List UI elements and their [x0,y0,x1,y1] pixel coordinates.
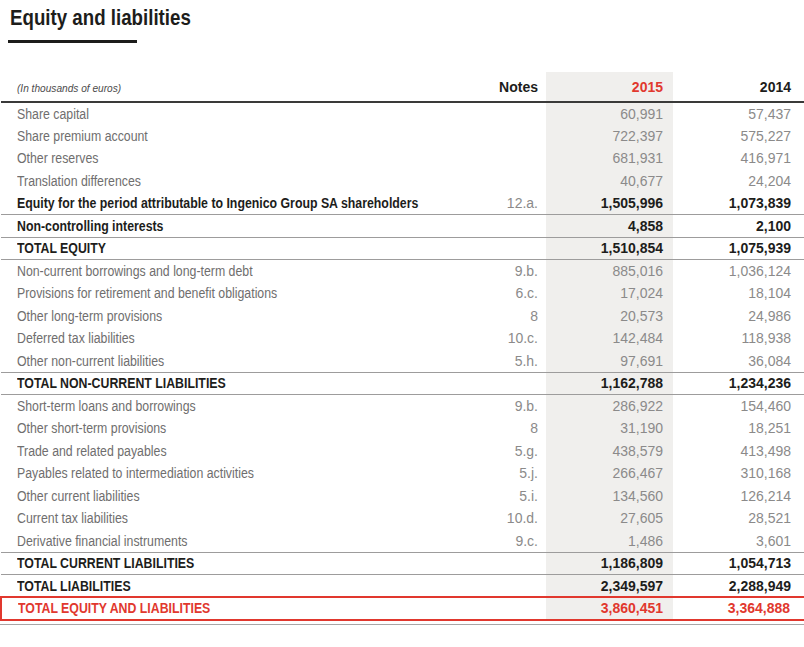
column-header-unit: (In thousands of euros) [1,72,478,102]
row-note [478,372,546,395]
row-label: Other short-term provisions [17,420,166,436]
row-value-2015: 17,024 [546,282,673,305]
row-label: Other non-current liabilities [17,353,164,369]
row-label-cell: TOTAL NON-CURRENT LIABILITIES [1,372,478,395]
row-label-cell: Other long-term provisions [1,305,478,328]
row-label-cell: Other current liabilities [1,485,478,508]
page-title-text: Equity and liabilities [10,5,191,31]
table-row: Deferred tax liabilities 10.c. 142,484 1… [1,327,804,350]
row-value-2014: 1,073,839 [673,192,804,215]
row-value-2015: 1,510,854 [546,237,673,260]
row-value-2015: 20,573 [546,305,673,328]
row-value-2014: 28,521 [673,507,804,530]
row-value-2014: 1,036,124 [673,260,804,283]
row-value-2015: 1,162,788 [546,372,673,395]
row-label-cell: Non-current borrowings and long-term deb… [1,260,478,283]
row-value-2014: 24,204 [673,170,804,193]
row-note: 5.g. [478,440,546,463]
row-value-2014: 2,288,949 [673,575,804,598]
row-value-2014: 18,251 [673,417,804,440]
row-label-cell: Translation differences [1,170,478,193]
row-value-2015: 60,991 [546,102,673,125]
row-label-cell: Provisions for retirement and benefit ob… [1,282,478,305]
row-value-2015: 3,860,451 [546,597,673,620]
row-label-cell: TOTAL LIABILITIES [1,575,478,598]
row-note [478,215,546,238]
row-note [478,147,546,170]
row-label: Other reserves [17,150,98,166]
row-note: 6.c. [478,282,546,305]
table-row: Non-controlling interests 4,858 2,100 [1,215,804,238]
row-label-cell: Other short-term provisions [1,417,478,440]
table-row: Current tax liabilities 10.d. 27,605 28,… [1,507,804,530]
row-value-2015: 1,486 [546,530,673,553]
financial-statement-page: Equity and liabilities (In thousands of … [0,0,804,647]
row-value-2014: 24,986 [673,305,804,328]
row-note [478,237,546,260]
row-value-2014: 3,601 [673,530,804,553]
row-label: TOTAL LIABILITIES [17,578,131,594]
row-label: Derivative financial instruments [17,533,188,549]
row-label: Other long-term provisions [17,308,162,324]
table-row: TOTAL EQUITY AND LIABILITIES 3,860,451 3… [1,597,804,620]
table-row: Derivative financial instruments 9.c. 1,… [1,530,804,553]
table-row: TOTAL LIABILITIES 2,349,597 2,288,949 [1,575,804,598]
row-value-2014: 126,214 [673,485,804,508]
row-note: 5.i. [478,485,546,508]
table-row: Translation differences 40,677 24,204 [1,170,804,193]
column-header-2015: 2015 [546,72,673,102]
row-label: Non-current borrowings and long-term deb… [17,263,253,279]
row-value-2015: 885,016 [546,260,673,283]
table-row: Non-current borrowings and long-term deb… [1,260,804,283]
row-value-2015: 722,397 [546,125,673,148]
row-value-2014: 413,498 [673,440,804,463]
table-row: Other reserves 681,931 416,971 [1,147,804,170]
row-note [478,597,546,620]
table-row: Other long-term provisions 8 20,573 24,9… [1,305,804,328]
row-value-2015: 1,505,996 [546,192,673,215]
row-label-cell: Trade and related payables [1,440,478,463]
row-value-2014: 575,227 [673,125,804,148]
row-value-2014: 3,364,888 [673,597,804,620]
row-value-2014: 36,084 [673,350,804,373]
row-value-2015: 142,484 [546,327,673,350]
row-note [478,102,546,125]
row-value-2014: 1,234,236 [673,372,804,395]
table-row: Other current liabilities 5.i. 134,560 1… [1,485,804,508]
row-label: Non-controlling interests [17,218,163,234]
row-note: 9.b. [478,395,546,418]
row-value-2015: 2,349,597 [546,575,673,598]
table-body: Share capital 60,991 57,437 Share premiu… [1,102,804,620]
row-label: TOTAL NON-CURRENT LIABILITIES [17,375,226,391]
row-value-2014: 2,100 [673,215,804,238]
row-label-cell: Deferred tax liabilities [1,327,478,350]
table-row: TOTAL CURRENT LIABILITIES 1,186,809 1,05… [1,552,804,575]
row-label-cell: Payables related to intermediation activ… [1,462,478,485]
row-value-2015: 97,691 [546,350,673,373]
row-note [478,575,546,598]
row-note: 8 [478,417,546,440]
row-value-2014: 18,104 [673,282,804,305]
column-header-notes: Notes [478,72,546,102]
row-value-2015: 134,560 [546,485,673,508]
row-value-2014: 57,437 [673,102,804,125]
row-value-2014: 1,075,939 [673,237,804,260]
row-value-2015: 40,677 [546,170,673,193]
row-note: 5.j. [478,462,546,485]
row-note [478,170,546,193]
row-value-2014: 1,054,713 [673,552,804,575]
row-note [478,125,546,148]
row-note: 10.d. [478,507,546,530]
row-label-cell: TOTAL CURRENT LIABILITIES [1,552,478,575]
row-value-2015: 31,190 [546,417,673,440]
table-row: Other non-current liabilities 5.h. 97,69… [1,350,804,373]
unit-label: (In thousands of euros) [17,82,121,94]
row-label: Deferred tax liabilities [17,330,135,346]
row-label: Share capital [17,106,89,122]
row-value-2014: 118,938 [673,327,804,350]
row-label-cell: Other reserves [1,147,478,170]
row-label-cell: TOTAL EQUITY AND LIABILITIES [1,597,478,620]
row-value-2014: 310,168 [673,462,804,485]
row-note [478,552,546,575]
row-value-2015: 27,605 [546,507,673,530]
